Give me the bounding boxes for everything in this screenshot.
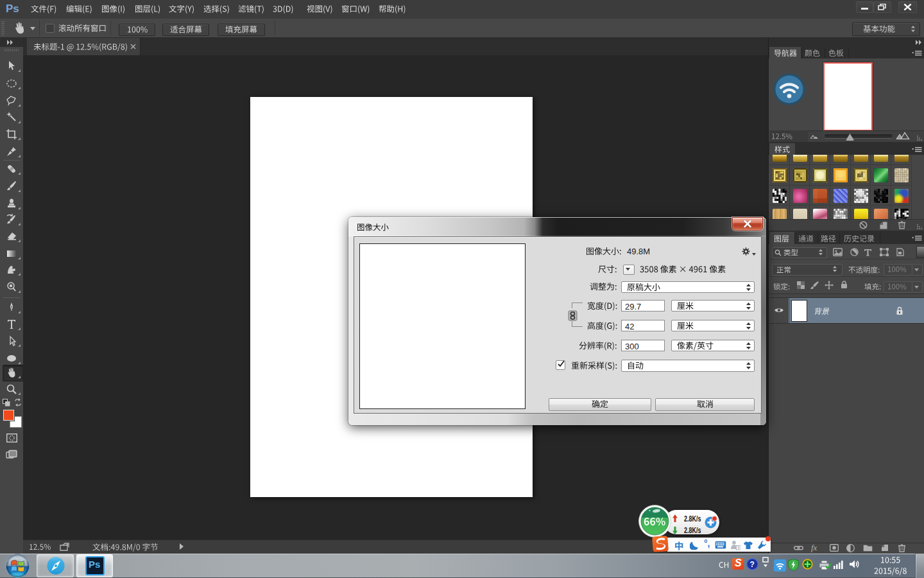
svg-text:9: 9 [737,545,740,550]
svg-text:?: ? [750,560,755,569]
